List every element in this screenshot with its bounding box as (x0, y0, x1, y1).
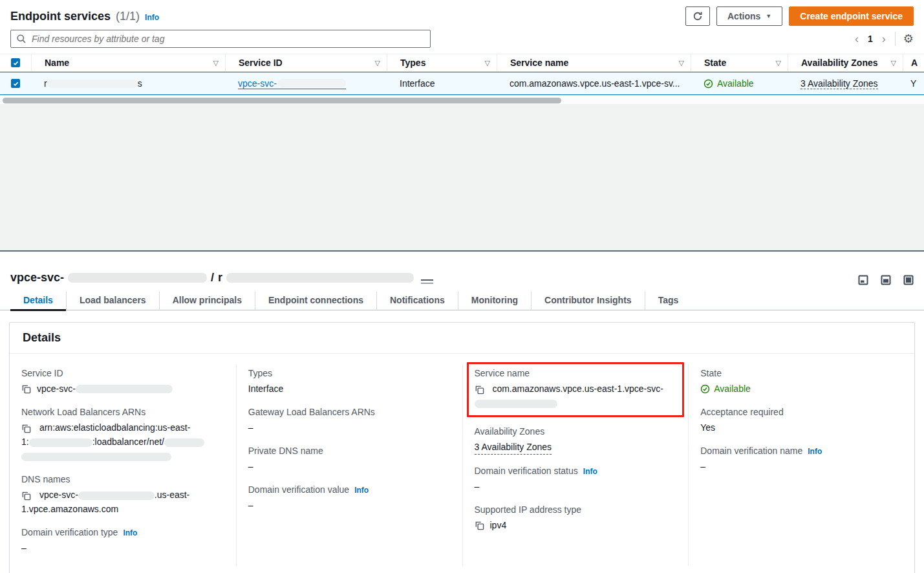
details-card: Details Service ID vpce-svc- Network Loa… (9, 322, 915, 573)
service-id-link[interactable]: vpce-svc- (238, 78, 346, 89)
sort-icon: ▽ (679, 59, 684, 67)
page-number[interactable]: 1 (868, 34, 873, 44)
panel-position-bottom-icon[interactable] (858, 275, 868, 285)
cell-types: Interface (387, 78, 497, 89)
panel-resize-handle[interactable] (421, 279, 433, 286)
horizontal-scrollbar (0, 97, 924, 104)
select-all-checkbox[interactable] (11, 58, 20, 67)
info-link[interactable]: Info (354, 486, 369, 495)
redacted-text (226, 273, 414, 283)
tab-endpoint-connections[interactable]: Endpoint connections (255, 292, 376, 310)
field-nlb-arns: Network Load Balancers ARNs arn:aws:elas… (21, 407, 223, 463)
details-column-2: Types Interface Gateway Load Balancers A… (236, 364, 462, 566)
chevron-down-icon: ▼ (766, 14, 771, 19)
redacted-text (475, 400, 557, 408)
panel-layout-controls (858, 275, 914, 285)
details-column-4: State Available Acceptance required Yes … (688, 364, 914, 566)
page-title: Endpoint services (10, 10, 111, 23)
tab-contributor-insights[interactable]: Contributor Insights (531, 292, 645, 310)
redacted-text (164, 438, 204, 447)
copy-icon[interactable] (21, 384, 31, 394)
panel-title: vpce-svc- / r (10, 271, 914, 285)
tab-monitoring[interactable]: Monitoring (458, 292, 531, 310)
info-link[interactable]: Info (583, 467, 597, 476)
refresh-button[interactable] (685, 6, 710, 26)
availability-zones-link[interactable]: 3 Availability Zones (475, 440, 552, 455)
column-header-availability-zones[interactable]: Availability Zones▽ (788, 54, 903, 71)
redacted-text (78, 492, 155, 500)
search-box (10, 30, 431, 48)
copy-icon[interactable] (475, 385, 484, 395)
sort-icon: ▽ (375, 59, 380, 67)
info-link[interactable]: Info (808, 447, 822, 456)
copy-icon[interactable] (475, 521, 484, 530)
table-row[interactable]: r s vpce-svc- Interface com.amazonaws.vp… (0, 72, 924, 95)
preferences-gear-icon[interactable]: ⚙ (903, 33, 914, 45)
tab-allow-principals[interactable]: Allow principals (159, 292, 255, 310)
copy-icon[interactable] (21, 491, 31, 501)
panel-position-full-icon[interactable] (903, 275, 914, 285)
refresh-icon (693, 11, 703, 21)
list-toolbar: ‹ 1 › ⚙ (10, 30, 914, 48)
content-background (0, 104, 924, 252)
column-header-name[interactable]: Name▽ (31, 54, 225, 71)
redacted-text (278, 79, 346, 87)
details-column-3: Service name com.amazonaws.vpce.us-east-… (462, 364, 689, 566)
availability-zones-link[interactable]: 3 Availability Zones (800, 78, 878, 89)
redacted-text (21, 453, 171, 461)
column-header-state[interactable]: State▽ (691, 54, 788, 71)
field-domain-verification-status: Domain verification status Info – (475, 466, 676, 493)
copy-icon[interactable] (21, 424, 31, 433)
redacted-text (76, 385, 173, 393)
field-availability-zones: Availability Zones 3 Availability Zones (475, 426, 676, 455)
panel-tabs: Details Load balancers Allow principals … (0, 292, 924, 310)
cell-service-name: com.amazonaws.vpce.us-east-1.vpce-sv... (497, 78, 691, 89)
table-header-row: Name▽ Service ID▽ Types▽ Service name▽ S… (0, 54, 924, 72)
tab-load-balancers[interactable]: Load balancers (66, 292, 159, 310)
row-checkbox[interactable] (11, 79, 20, 88)
field-state: State Available (700, 368, 901, 396)
endpoint-services-list-section: Endpoint services (1/1) Info Actions ▼ C… (0, 0, 924, 104)
endpoint-services-table: Name▽ Service ID▽ Types▽ Service name▽ S… (0, 54, 924, 104)
next-page-button[interactable]: › (881, 33, 887, 45)
pagination: ‹ 1 › ⚙ (854, 32, 914, 46)
actions-button-label: Actions (727, 11, 760, 21)
tab-details[interactable]: Details (10, 292, 66, 310)
check-circle-icon (700, 384, 710, 394)
sort-icon: ▽ (485, 59, 490, 67)
info-link[interactable]: Info (123, 528, 137, 537)
header-info-link[interactable]: Info (145, 13, 159, 22)
tab-notifications[interactable]: Notifications (376, 292, 458, 310)
field-service-id: Service ID vpce-svc- (21, 368, 223, 396)
sort-icon: ▽ (891, 59, 896, 67)
field-private-dns-name: Private DNS name – (248, 446, 449, 473)
redacted-text (68, 273, 207, 283)
scrollbar-thumb[interactable] (3, 98, 561, 103)
column-header-service-name[interactable]: Service name▽ (497, 54, 691, 71)
previous-page-button[interactable]: ‹ (854, 33, 860, 45)
tab-tags[interactable]: Tags (645, 292, 692, 310)
page-header: Endpoint services (1/1) Info Actions ▼ C… (0, 0, 924, 26)
card-title: Details (10, 323, 914, 354)
search-input[interactable] (10, 30, 431, 48)
resource-count: (1/1) (116, 10, 140, 23)
field-service-name-highlighted: Service name com.amazonaws.vpce.us-east-… (467, 362, 685, 417)
check-circle-icon (704, 79, 713, 89)
panel-position-half-icon[interactable] (881, 275, 891, 285)
field-domain-verification-name: Domain verification name Info – (700, 446, 901, 473)
field-types: Types Interface (248, 368, 449, 396)
field-domain-verification-value: Domain verification value Info – (248, 484, 449, 512)
redacted-text (47, 80, 138, 88)
column-header-service-id[interactable]: Service ID▽ (225, 54, 387, 71)
field-dns-names: DNS names vpce-svc-.us-east- 1.vpce.amaz… (21, 474, 223, 516)
split-panel: vpce-svc- / r Details Load balancers All… (0, 271, 924, 573)
actions-button[interactable]: Actions ▼ (716, 6, 782, 26)
column-header-types[interactable]: Types▽ (387, 54, 497, 71)
sort-icon: ▽ (213, 59, 219, 67)
field-acceptance-required: Acceptance required Yes (700, 407, 901, 435)
create-endpoint-service-button[interactable]: Create endpoint service (789, 6, 914, 26)
status-badge: Available (704, 78, 754, 89)
column-header-acceptance[interactable]: A (903, 54, 924, 71)
sort-icon: ▽ (776, 59, 781, 67)
field-supported-ip-address-type: Supported IP address type ipv4 (475, 504, 676, 532)
